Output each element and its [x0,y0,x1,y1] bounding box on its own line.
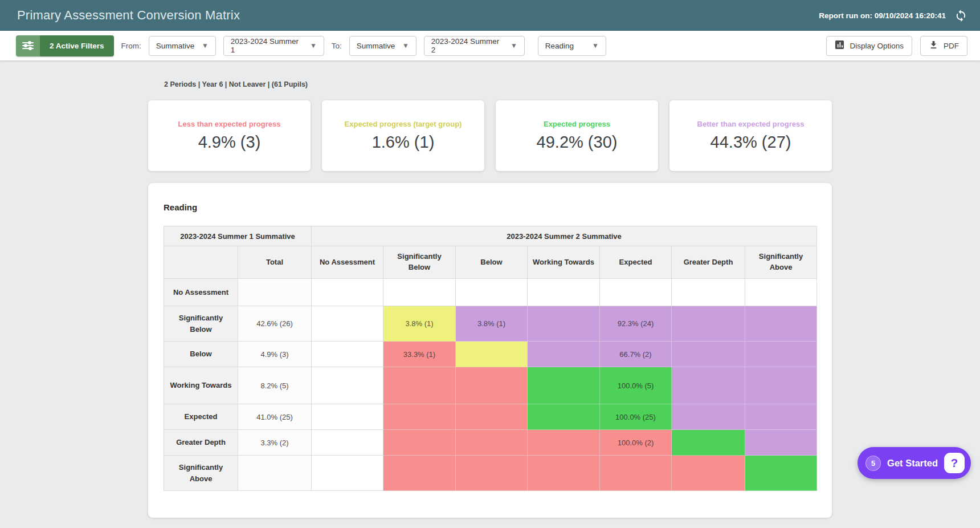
stat-card-better-than-expected: Better than expected progress 44.3% (27) [669,100,832,171]
total-cell: 3.3% (2) [238,430,312,456]
row-label: Below [164,342,238,367]
stat-card-title: Better than expected progress [697,120,805,128]
page-title: Primary Assessment Conversion Matrix [17,8,240,23]
row-label: Expected [164,404,238,430]
stat-card-expected: Expected progress 49.2% (30) [496,100,658,171]
table-row: Working Towards8.2% (5)100.0% (5) [164,367,817,404]
filter-summary-line: 2 Periods | Year 6 | Not Leaver | (61 Pu… [164,80,308,88]
matrix-cell [672,342,745,367]
chevron-down-icon: ▼ [592,42,599,49]
download-icon [929,40,938,51]
total-cell [238,279,312,306]
matrix-cell [600,279,672,306]
table-row: Significantly Below42.6% (26)3.8% (1)3.8… [164,306,817,342]
matrix-cell [456,367,528,404]
matrix-cell: 100.0% (25) [600,404,672,430]
stat-card-expected-target-group: Expected progress (target group) 1.6% (1… [322,100,484,171]
filter-sliders-icon [16,35,40,56]
matrix-cell [312,279,383,306]
subject-value: Reading [545,42,574,50]
to-type-value: Summative [357,42,395,50]
subject-select[interactable]: Reading ▼ [538,36,606,56]
column-header: Expected [600,246,672,279]
matrix-cell [745,342,817,367]
report-run-timestamp: Report run on: 09/10/2024 16:20:41 [819,11,946,20]
to-label: To: [332,42,342,50]
total-cell: 42.6% (26) [238,306,312,342]
matrix-cell [745,456,817,491]
matrix-cell: 100.0% (5) [600,367,672,404]
column-header: Significantly Above [745,246,817,279]
matrix-cell [745,279,817,306]
screen: Primary Assessment Conversion Matrix Rep… [0,0,980,528]
matrix-cell [456,430,528,456]
matrix-cell [456,342,528,367]
total-cell: 8.2% (5) [238,367,312,404]
stat-card-title: Less than expected progress [178,120,281,128]
matrix-cell [312,430,383,456]
matrix-cell [672,367,745,404]
active-filters-button[interactable]: 2 Active Filters [16,35,114,56]
matrix-cell [383,456,456,491]
matrix-cell: 3.8% (1) [383,306,456,342]
filter-toolbar: 2 Active Filters From: Summative ▼ 2023-… [0,31,980,60]
matrix-cell [312,306,383,342]
matrix-cell [672,404,745,430]
column-header-row: TotalNo AssessmentSignificantly BelowBel… [164,246,817,279]
chevron-down-icon: ▼ [402,42,409,49]
group-header-row: 2023-2024 Summer 1 Summative 2023-2024 S… [164,226,817,246]
section-title: Reading [164,202,816,212]
table-row: Significantly Above [164,456,817,491]
help-question-icon[interactable]: ? [944,453,965,473]
stat-card-value: 49.2% (30) [537,133,618,152]
matrix-cell [528,342,600,367]
matrix-cell [312,367,383,404]
matrix-cell [672,430,745,456]
matrix-cell [312,404,383,430]
matrix-cell [528,456,600,491]
bar-chart-icon [835,40,844,51]
row-label: Working Towards [164,367,238,404]
to-period-select[interactable]: 2023-2024 Summer 2 ▼ [424,36,525,56]
matrix-cell [745,306,817,342]
matrix-cell [456,404,528,430]
display-options-button[interactable]: Display Options [826,36,912,56]
stat-card-value: 44.3% (27) [710,133,791,152]
active-filters-label: 2 Active Filters [40,35,114,56]
total-cell: 41.0% (25) [238,404,312,430]
matrix-cell: 3.8% (1) [456,306,528,342]
stat-card-value: 1.6% (1) [372,133,435,152]
matrix-cell [312,456,383,491]
table-row: Below4.9% (3)33.3% (1)66.7% (2) [164,342,817,367]
to-type-select[interactable]: Summative ▼ [349,36,416,56]
app-header: Primary Assessment Conversion Matrix Rep… [0,0,980,31]
matrix-cell [745,367,817,404]
get-started-label: Get Started [887,458,938,469]
conversion-matrix-table: 2023-2024 Summer 1 Summative 2023-2024 S… [164,226,817,491]
refresh-icon[interactable] [954,9,967,22]
to-period-value: 2023-2024 Summer 2 [431,37,505,54]
from-type-select[interactable]: Summative ▼ [149,36,216,56]
chevron-down-icon: ▼ [310,42,317,49]
matrix-panel: Reading 2023-2024 Summer 1 Summative 202… [148,183,832,518]
matrix-cell: 92.3% (24) [600,306,672,342]
matrix-cell [672,456,745,491]
display-options-label: Display Options [850,42,904,50]
get-started-button[interactable]: 5 Get Started ? [858,447,971,479]
pdf-button[interactable]: PDF [920,36,967,56]
matrix-cell [528,404,600,430]
row-label: Significantly Above [164,456,238,491]
matrix-cell [383,367,456,404]
matrix-cell [456,279,528,306]
stat-card-title: Expected progress (target group) [345,120,462,128]
from-assessment-header: 2023-2024 Summer 1 Summative [164,226,312,246]
total-cell [238,456,312,491]
matrix-cell [672,279,745,306]
matrix-cell [528,367,600,404]
pdf-label: PDF [944,42,959,50]
column-header: Below [456,246,528,279]
column-header: Greater Depth [672,246,745,279]
from-period-select[interactable]: 2023-2024 Summer 1 ▼ [223,36,324,56]
matrix-cell [745,430,817,456]
matrix-cell [672,306,745,342]
